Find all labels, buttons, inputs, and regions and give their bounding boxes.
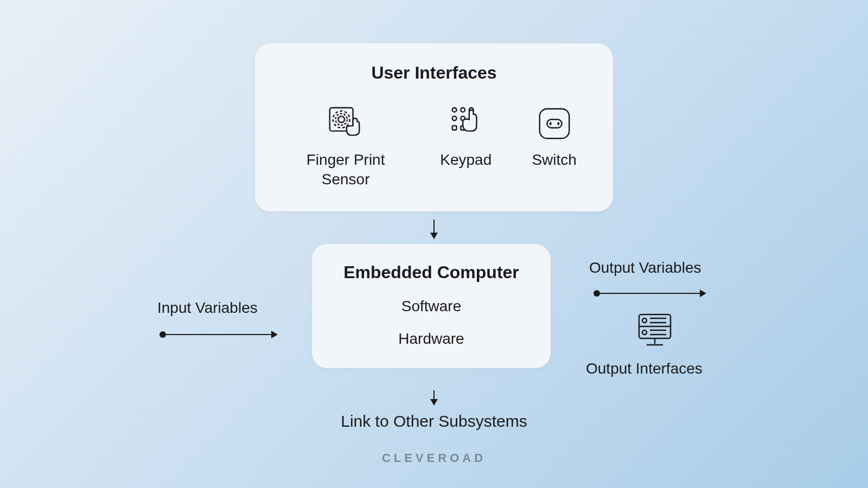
- embedded-computer-card: Embedded Computer Software Hardware: [312, 244, 551, 368]
- svg-rect-13: [539, 109, 569, 138]
- svg-point-2: [336, 114, 347, 125]
- svg-point-7: [452, 116, 456, 120]
- user-interfaces-items: Finger Print Sensor Keypad: [271, 105, 597, 190]
- ui-item-label: Keypad: [440, 150, 492, 170]
- arrow-down-icon: [433, 390, 435, 404]
- svg-point-1: [338, 116, 344, 123]
- output-interfaces-label: Output Interfaces: [586, 360, 703, 377]
- keypad-icon: [447, 105, 485, 143]
- switch-icon: [535, 105, 573, 143]
- diagram-canvas: User Interfaces Finger Print Sensor: [0, 0, 868, 488]
- subsystems-label: Link to Other Subsystems: [0, 412, 868, 431]
- svg-point-5: [461, 108, 465, 112]
- svg-point-20: [642, 330, 647, 335]
- ui-item-fingerprint: Finger Print Sensor: [291, 105, 400, 190]
- output-interfaces-icon: [635, 311, 675, 351]
- output-variables-label: Output Variables: [589, 259, 701, 277]
- fingerprint-sensor-icon: [327, 105, 365, 143]
- embedded-computer-title: Embedded Computer: [323, 262, 540, 282]
- ui-item-label: Finger Print Sensor: [291, 150, 400, 190]
- input-variables-label: Input Variables: [157, 299, 258, 317]
- ui-item-switch: Switch: [532, 105, 576, 170]
- arrow-down-icon: [433, 220, 435, 238]
- ui-item-label: Switch: [532, 150, 576, 170]
- arrow-right-icon: [163, 334, 277, 335]
- embedded-computer-row: Software: [323, 298, 540, 315]
- ui-item-keypad: Keypad: [440, 105, 492, 170]
- user-interfaces-title: User Interfaces: [271, 63, 597, 83]
- svg-rect-10: [452, 126, 456, 130]
- svg-point-4: [452, 108, 456, 112]
- embedded-computer-row: Hardware: [323, 330, 540, 348]
- brand-label: CLEVEROAD: [0, 451, 868, 465]
- arrow-right-icon: [597, 293, 705, 294]
- user-interfaces-card: User Interfaces Finger Print Sensor: [255, 43, 613, 211]
- svg-point-17: [642, 318, 647, 323]
